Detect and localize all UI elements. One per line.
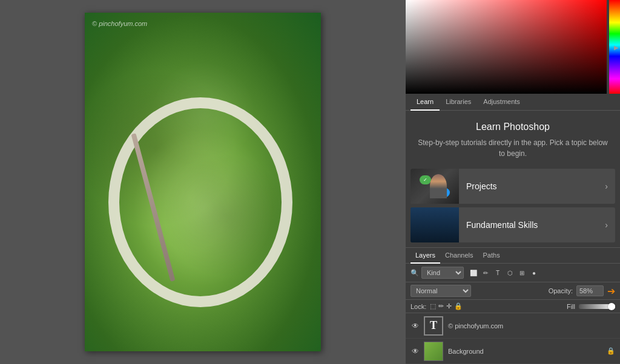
color-picker-area[interactable]: ▶ bbox=[406, 0, 620, 94]
learn-description: Step-by-step tutorials directly in the a… bbox=[418, 137, 608, 159]
enabled-filter-icon[interactable]: ● bbox=[529, 268, 539, 278]
layer-eye-background[interactable]: 👁 bbox=[411, 346, 420, 356]
lock-icons-group: ⬚ ✏ ✛ 🔒 bbox=[430, 302, 463, 310]
layers-panel: Layers Channels Paths 🔍 Kind ⬜ ✏ T ⬡ ⊞ ●… bbox=[406, 247, 620, 364]
watermark: © pinchofyum.com bbox=[92, 20, 147, 27]
projects-label: Projects bbox=[459, 181, 598, 191]
layer-eye-text[interactable]: 👁 bbox=[411, 321, 420, 331]
layer-lock-icon: 🔒 bbox=[607, 347, 615, 355]
lock-all-icon[interactable]: 🔒 bbox=[454, 302, 463, 310]
right-panel: ▶ Learn Libraries Adjustments Learn Phot… bbox=[406, 0, 620, 364]
type-filter-icon[interactable]: T bbox=[493, 268, 503, 278]
layer-text[interactable]: 👁 T © pinchofyum.com bbox=[406, 313, 620, 339]
panel-tabs: Learn Libraries Adjustments bbox=[406, 94, 620, 111]
lock-fill-row: Lock: ⬚ ✏ ✛ 🔒 Fill bbox=[406, 300, 620, 313]
tutorial-projects[interactable]: ✓ ✓ Projects › bbox=[411, 169, 615, 204]
layer-background[interactable]: 👁 Background 🔒 bbox=[406, 339, 620, 364]
lock-label: Lock: bbox=[411, 303, 426, 310]
filter-type-icons: ⬜ ✏ T ⬡ ⊞ ● bbox=[469, 268, 539, 278]
fill-thumb bbox=[608, 303, 615, 310]
layers-tabs: Layers Channels Paths bbox=[406, 248, 620, 264]
pixel-filter-icon[interactable]: ⬜ bbox=[469, 268, 478, 278]
lock-position-icon[interactable]: ✛ bbox=[446, 302, 452, 310]
photo-container: © pinchofyum.com bbox=[85, 13, 321, 351]
layer-thumb-text: T bbox=[424, 316, 443, 336]
fundamental-skills-label: Fundamental Skills bbox=[459, 220, 598, 230]
projects-thumb-inner: ✓ ✓ bbox=[411, 169, 459, 204]
layer-name-background: Background bbox=[448, 348, 607, 355]
tab-layers[interactable]: Layers bbox=[411, 248, 440, 264]
lock-pixels-icon[interactable]: ✏ bbox=[438, 302, 444, 310]
projects-arrow-icon: › bbox=[598, 181, 615, 191]
tab-adjustments[interactable]: Adjustments bbox=[477, 94, 526, 111]
bubble1: ✓ bbox=[420, 175, 431, 184]
layer-thumb-background bbox=[424, 342, 443, 361]
color-gradient[interactable] bbox=[406, 0, 607, 94]
collapse-arrow-icon[interactable]: ▶ bbox=[614, 44, 619, 50]
filter-icon: 🔍 bbox=[411, 269, 419, 277]
learn-header: Learn Photoshop Step-by-step tutorials d… bbox=[406, 111, 620, 165]
canvas-area: © pinchofyum.com bbox=[0, 0, 406, 364]
opacity-input[interactable] bbox=[576, 285, 604, 296]
person-silhouette bbox=[430, 174, 447, 198]
learn-content: Learn Photoshop Step-by-step tutorials d… bbox=[406, 111, 620, 247]
shape-filter-icon[interactable]: ⬡ bbox=[505, 268, 515, 278]
smart-filter-icon[interactable]: ⊞ bbox=[517, 268, 527, 278]
city-silhouette bbox=[411, 207, 459, 242]
tab-paths[interactable]: Paths bbox=[478, 248, 505, 264]
chat-bubbles: ✓ ✓ bbox=[420, 174, 450, 198]
tutorial-fundamental-skills[interactable]: Fundamental Skills › bbox=[411, 207, 615, 242]
kind-select[interactable]: Kind bbox=[421, 267, 464, 279]
opacity-label: Opacity: bbox=[549, 287, 573, 294]
tab-channels[interactable]: Channels bbox=[440, 248, 478, 264]
food-photo bbox=[85, 13, 321, 351]
layers-kind-toolbar: 🔍 Kind ⬜ ✏ T ⬡ ⊞ ● bbox=[406, 264, 620, 282]
fundamental-arrow-icon: › bbox=[598, 220, 615, 230]
tab-libraries[interactable]: Libraries bbox=[440, 94, 477, 111]
layer-name-text: © pinchofyum.com bbox=[448, 322, 615, 330]
blend-opacity-row: Normal Opacity: ➔ bbox=[406, 282, 620, 300]
opacity-scrubber-arrow[interactable]: ➔ bbox=[607, 285, 615, 297]
fundamental-thumbnail bbox=[411, 207, 459, 242]
lock-transparent-icon[interactable]: ⬚ bbox=[430, 302, 436, 310]
tab-learn[interactable]: Learn bbox=[411, 94, 440, 111]
blend-mode-select[interactable]: Normal bbox=[411, 285, 471, 297]
projects-thumbnail: ✓ ✓ bbox=[411, 169, 459, 204]
adjustment-filter-icon[interactable]: ✏ bbox=[481, 268, 490, 278]
fill-label: Fill bbox=[567, 303, 575, 310]
fill-slider[interactable] bbox=[579, 304, 615, 309]
learn-title: Learn Photoshop bbox=[418, 122, 608, 132]
bowl-overlay bbox=[120, 114, 286, 301]
